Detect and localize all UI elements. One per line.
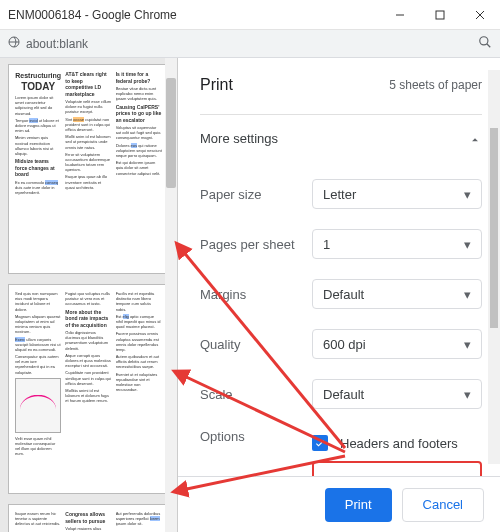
background-graphics-checkbox[interactable]: Background graphics [322, 469, 472, 476]
options-label: Options [200, 429, 312, 444]
close-button[interactable] [460, 0, 500, 30]
caret-down-icon: ▾ [464, 287, 471, 302]
paper-size-label: Paper size [200, 187, 312, 202]
page-thumbnail-3[interactable]: Itaque earum rerum hic tenetur a sapient… [8, 504, 169, 532]
dialog-footer: Print Cancel [178, 476, 500, 532]
pages-per-sheet-select[interactable]: 1 ▾ [312, 229, 482, 259]
preview-scrollbar[interactable] [165, 58, 177, 532]
chart-thumbnail [15, 378, 61, 433]
margins-label: Margins [200, 287, 312, 302]
svg-line-6 [487, 44, 491, 48]
headers-footers-checkbox[interactable]: Headers and footers [312, 429, 482, 457]
svg-point-5 [480, 37, 488, 45]
print-dialog-title: Print [200, 76, 389, 94]
print-preview-pane[interactable]: RestructuringTODAY Lorem ipsum dolor sit… [0, 58, 178, 532]
svg-rect-1 [436, 11, 444, 19]
address-text: about:blank [26, 37, 88, 51]
cancel-button[interactable]: Cancel [402, 488, 484, 522]
quality-select[interactable]: 600 dpi ▾ [312, 329, 482, 359]
paper-size-select[interactable]: Letter ▾ [312, 179, 482, 209]
page-thumbnail-1[interactable]: RestructuringTODAY Lorem ipsum dolor sit… [8, 64, 169, 274]
margins-select[interactable]: Default ▾ [312, 279, 482, 309]
settings-scrollbar[interactable] [488, 58, 500, 476]
annotation-highlight: Background graphics [312, 461, 482, 476]
search-icon[interactable] [478, 35, 492, 52]
window-titlebar: ENM0006184 - Google Chrome [0, 0, 500, 30]
address-bar[interactable]: about:blank [0, 30, 500, 58]
more-settings-label: More settings [200, 131, 468, 146]
caret-down-icon: ▾ [464, 187, 471, 202]
scale-label: Scale [200, 387, 312, 402]
site-info-icon[interactable] [8, 36, 20, 51]
page-thumbnail-2[interactable]: Sed quia non numquam eius modi tempora i… [8, 284, 169, 494]
maximize-button[interactable] [420, 0, 460, 30]
checkbox-checked-icon [312, 435, 328, 451]
print-button[interactable]: Print [325, 488, 392, 522]
scale-select[interactable]: Default ▾ [312, 379, 482, 409]
caret-down-icon: ▾ [464, 237, 471, 252]
print-settings-pane: Print 5 sheets of paper More settings Pa… [178, 58, 500, 532]
window-title: ENM0006184 - Google Chrome [8, 8, 380, 22]
minimize-button[interactable] [380, 0, 420, 30]
quality-label: Quality [200, 337, 312, 352]
sheet-count: 5 sheets of paper [389, 78, 482, 92]
caret-down-icon: ▾ [464, 387, 471, 402]
more-settings-toggle[interactable]: More settings [200, 114, 482, 169]
pages-per-sheet-label: Pages per sheet [200, 237, 312, 252]
caret-down-icon: ▾ [464, 337, 471, 352]
window-controls [380, 0, 500, 30]
chevron-up-icon [468, 129, 482, 147]
